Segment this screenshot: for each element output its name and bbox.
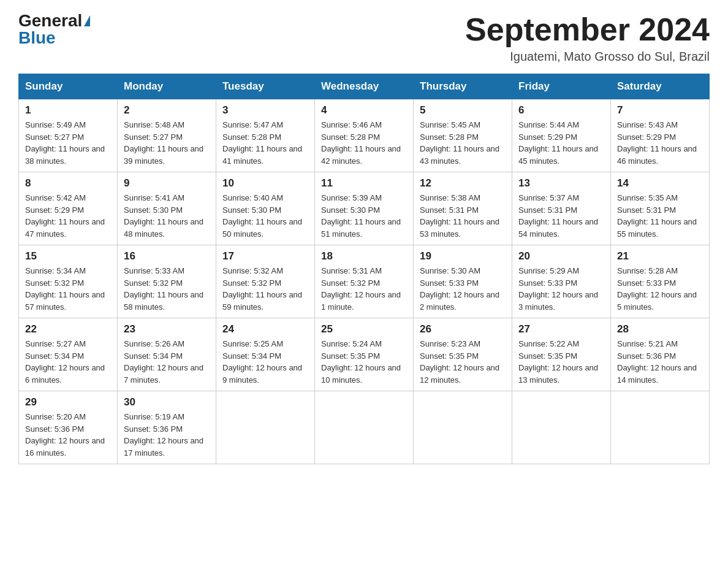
calendar-header: SundayMondayTuesdayWednesdayThursdayFrid… bbox=[19, 74, 710, 99]
day-info: Sunrise: 5:26 AMSunset: 5:34 PMDaylight:… bbox=[124, 338, 210, 386]
calendar-cell: 1Sunrise: 5:49 AMSunset: 5:27 PMDaylight… bbox=[19, 99, 118, 172]
day-number: 7 bbox=[617, 104, 703, 117]
day-info: Sunrise: 5:47 AMSunset: 5:28 PMDaylight:… bbox=[222, 119, 308, 167]
day-info: Sunrise: 5:38 AMSunset: 5:31 PMDaylight:… bbox=[420, 192, 506, 240]
calendar-cell: 2Sunrise: 5:48 AMSunset: 5:27 PMDaylight… bbox=[118, 99, 216, 172]
calendar-cell: 7Sunrise: 5:43 AMSunset: 5:29 PMDaylight… bbox=[611, 99, 710, 172]
calendar-cell: 29Sunrise: 5:20 AMSunset: 5:36 PMDayligh… bbox=[19, 391, 118, 464]
day-number: 17 bbox=[222, 250, 308, 262]
day-number: 5 bbox=[420, 104, 506, 117]
calendar-cell: 27Sunrise: 5:22 AMSunset: 5:35 PMDayligh… bbox=[512, 318, 611, 391]
calendar-cell: 6Sunrise: 5:44 AMSunset: 5:29 PMDaylight… bbox=[512, 99, 611, 172]
day-info: Sunrise: 5:49 AMSunset: 5:27 PMDaylight:… bbox=[25, 119, 111, 167]
calendar-cell: 21Sunrise: 5:28 AMSunset: 5:33 PMDayligh… bbox=[611, 245, 710, 318]
day-number: 29 bbox=[25, 396, 111, 408]
day-number: 19 bbox=[420, 250, 506, 262]
day-info: Sunrise: 5:27 AMSunset: 5:34 PMDaylight:… bbox=[25, 338, 111, 386]
calendar-cell: 24Sunrise: 5:25 AMSunset: 5:34 PMDayligh… bbox=[216, 318, 315, 391]
day-number: 21 bbox=[617, 250, 703, 262]
day-info: Sunrise: 5:31 AMSunset: 5:32 PMDaylight:… bbox=[321, 265, 407, 313]
weekday-header-wednesday: Wednesday bbox=[315, 74, 414, 99]
calendar-cell: 12Sunrise: 5:38 AMSunset: 5:31 PMDayligh… bbox=[414, 172, 512, 245]
day-number: 15 bbox=[25, 250, 111, 262]
calendar-week-row: 22Sunrise: 5:27 AMSunset: 5:34 PMDayligh… bbox=[19, 318, 710, 391]
calendar-cell: 15Sunrise: 5:34 AMSunset: 5:32 PMDayligh… bbox=[19, 245, 118, 318]
calendar-cell: 16Sunrise: 5:33 AMSunset: 5:32 PMDayligh… bbox=[118, 245, 216, 318]
calendar-table: SundayMondayTuesdayWednesdayThursdayFrid… bbox=[18, 74, 710, 464]
calendar-cell: 5Sunrise: 5:45 AMSunset: 5:28 PMDaylight… bbox=[414, 99, 512, 172]
day-number: 10 bbox=[222, 177, 308, 190]
day-info: Sunrise: 5:22 AMSunset: 5:35 PMDaylight:… bbox=[518, 338, 604, 386]
calendar-cell: 4Sunrise: 5:46 AMSunset: 5:28 PMDaylight… bbox=[315, 99, 414, 172]
day-info: Sunrise: 5:24 AMSunset: 5:35 PMDaylight:… bbox=[321, 338, 407, 386]
calendar-cell: 28Sunrise: 5:21 AMSunset: 5:36 PMDayligh… bbox=[611, 318, 710, 391]
calendar-cell: 3Sunrise: 5:47 AMSunset: 5:28 PMDaylight… bbox=[216, 99, 315, 172]
calendar-cell: 11Sunrise: 5:39 AMSunset: 5:30 PMDayligh… bbox=[315, 172, 414, 245]
weekday-header-friday: Friday bbox=[512, 74, 611, 99]
calendar-cell bbox=[315, 391, 414, 464]
day-number: 30 bbox=[124, 396, 210, 408]
calendar-cell: 17Sunrise: 5:32 AMSunset: 5:32 PMDayligh… bbox=[216, 245, 315, 318]
day-number: 20 bbox=[518, 250, 604, 262]
weekday-header-tuesday: Tuesday bbox=[216, 74, 315, 99]
month-title: September 2024 bbox=[465, 12, 710, 47]
day-info: Sunrise: 5:30 AMSunset: 5:33 PMDaylight:… bbox=[420, 265, 506, 313]
day-number: 14 bbox=[617, 177, 703, 190]
day-number: 1 bbox=[25, 104, 111, 117]
day-info: Sunrise: 5:44 AMSunset: 5:29 PMDaylight:… bbox=[518, 119, 604, 167]
day-info: Sunrise: 5:39 AMSunset: 5:30 PMDaylight:… bbox=[321, 192, 407, 240]
calendar-cell: 26Sunrise: 5:23 AMSunset: 5:35 PMDayligh… bbox=[414, 318, 512, 391]
day-info: Sunrise: 5:40 AMSunset: 5:30 PMDaylight:… bbox=[222, 192, 308, 240]
title-block: September 2024 Iguatemi, Mato Grosso do … bbox=[465, 12, 710, 64]
day-number: 8 bbox=[25, 177, 111, 190]
calendar-cell: 23Sunrise: 5:26 AMSunset: 5:34 PMDayligh… bbox=[118, 318, 216, 391]
day-number: 25 bbox=[321, 323, 407, 335]
weekday-header-row: SundayMondayTuesdayWednesdayThursdayFrid… bbox=[19, 74, 710, 99]
weekday-header-thursday: Thursday bbox=[414, 74, 512, 99]
day-info: Sunrise: 5:34 AMSunset: 5:32 PMDaylight:… bbox=[25, 265, 111, 313]
calendar-cell bbox=[512, 391, 611, 464]
calendar-cell: 30Sunrise: 5:19 AMSunset: 5:36 PMDayligh… bbox=[118, 391, 216, 464]
day-info: Sunrise: 5:32 AMSunset: 5:32 PMDaylight:… bbox=[222, 265, 308, 313]
day-number: 22 bbox=[25, 323, 111, 335]
day-info: Sunrise: 5:46 AMSunset: 5:28 PMDaylight:… bbox=[321, 119, 407, 167]
calendar-week-row: 1Sunrise: 5:49 AMSunset: 5:27 PMDaylight… bbox=[19, 99, 710, 172]
page-header: General Blue September 2024 Iguatemi, Ma… bbox=[18, 12, 710, 64]
weekday-header-monday: Monday bbox=[118, 74, 216, 99]
calendar-cell bbox=[216, 391, 315, 464]
weekday-header-saturday: Saturday bbox=[611, 74, 710, 99]
day-info: Sunrise: 5:33 AMSunset: 5:32 PMDaylight:… bbox=[124, 265, 210, 313]
day-info: Sunrise: 5:29 AMSunset: 5:33 PMDaylight:… bbox=[518, 265, 604, 313]
day-info: Sunrise: 5:23 AMSunset: 5:35 PMDaylight:… bbox=[420, 338, 506, 386]
logo-blue-text: Blue bbox=[18, 29, 56, 47]
calendar-body: 1Sunrise: 5:49 AMSunset: 5:27 PMDaylight… bbox=[19, 99, 710, 464]
calendar-cell: 9Sunrise: 5:41 AMSunset: 5:30 PMDaylight… bbox=[118, 172, 216, 245]
day-number: 23 bbox=[124, 323, 210, 335]
calendar-cell: 19Sunrise: 5:30 AMSunset: 5:33 PMDayligh… bbox=[414, 245, 512, 318]
calendar-cell: 18Sunrise: 5:31 AMSunset: 5:32 PMDayligh… bbox=[315, 245, 414, 318]
logo-general-text: General bbox=[18, 12, 82, 29]
day-info: Sunrise: 5:43 AMSunset: 5:29 PMDaylight:… bbox=[617, 119, 703, 167]
day-number: 2 bbox=[124, 104, 210, 117]
day-info: Sunrise: 5:25 AMSunset: 5:34 PMDaylight:… bbox=[222, 338, 308, 386]
day-number: 27 bbox=[518, 323, 604, 335]
calendar-cell: 20Sunrise: 5:29 AMSunset: 5:33 PMDayligh… bbox=[512, 245, 611, 318]
day-number: 4 bbox=[321, 104, 407, 117]
calendar-cell: 13Sunrise: 5:37 AMSunset: 5:31 PMDayligh… bbox=[512, 172, 611, 245]
calendar-cell bbox=[611, 391, 710, 464]
day-number: 6 bbox=[518, 104, 604, 117]
day-info: Sunrise: 5:42 AMSunset: 5:29 PMDaylight:… bbox=[25, 192, 111, 240]
day-number: 18 bbox=[321, 250, 407, 262]
logo: General Blue bbox=[18, 12, 90, 47]
day-number: 11 bbox=[321, 177, 407, 190]
location-subtitle: Iguatemi, Mato Grosso do Sul, Brazil bbox=[465, 50, 710, 64]
logo-triangle-icon bbox=[84, 15, 90, 26]
calendar-cell: 22Sunrise: 5:27 AMSunset: 5:34 PMDayligh… bbox=[19, 318, 118, 391]
calendar-cell: 14Sunrise: 5:35 AMSunset: 5:31 PMDayligh… bbox=[611, 172, 710, 245]
calendar-week-row: 15Sunrise: 5:34 AMSunset: 5:32 PMDayligh… bbox=[19, 245, 710, 318]
calendar-cell: 25Sunrise: 5:24 AMSunset: 5:35 PMDayligh… bbox=[315, 318, 414, 391]
calendar-cell: 10Sunrise: 5:40 AMSunset: 5:30 PMDayligh… bbox=[216, 172, 315, 245]
day-info: Sunrise: 5:45 AMSunset: 5:28 PMDaylight:… bbox=[420, 119, 506, 167]
calendar-week-row: 29Sunrise: 5:20 AMSunset: 5:36 PMDayligh… bbox=[19, 391, 710, 464]
calendar-week-row: 8Sunrise: 5:42 AMSunset: 5:29 PMDaylight… bbox=[19, 172, 710, 245]
